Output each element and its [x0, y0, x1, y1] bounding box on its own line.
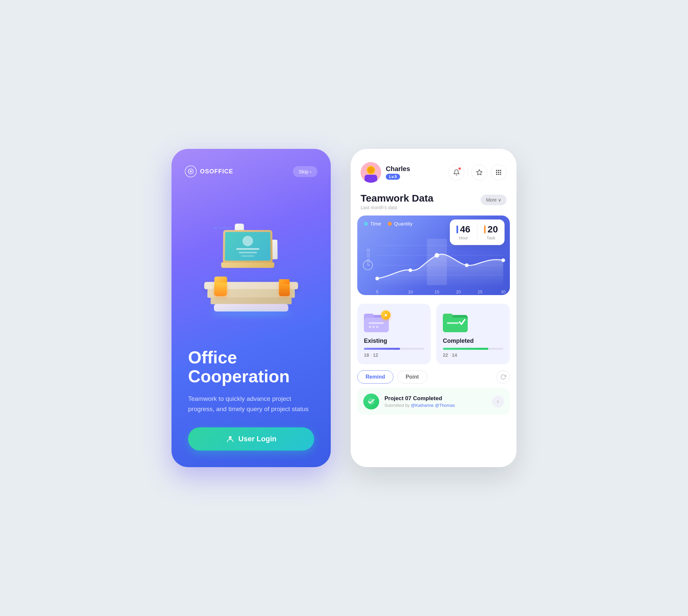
completed-progress-fill [443, 348, 488, 350]
svg-rect-39 [369, 322, 384, 324]
notification-dot [458, 168, 461, 170]
logo-icon [185, 166, 197, 177]
right-phone: Charles Lv.5 [351, 149, 516, 467]
star-button[interactable] [471, 164, 487, 180]
chart-svg: 5 10 15 20 25 30 [357, 239, 510, 295]
logo-area: OSOFFICE [185, 166, 233, 177]
legend-dot-time [364, 222, 368, 226]
stat-bar-blue [456, 225, 458, 234]
completed-folder-stats: 22 · 14 [443, 352, 503, 358]
more-button[interactable]: More ∨ [481, 195, 507, 205]
desk-scene [193, 211, 309, 317]
existing-folder-card[interactable]: ★ Existing 18 · 12 [357, 304, 431, 365]
existing-folder-icon: ★ [364, 310, 390, 333]
avatar [361, 162, 381, 183]
tabs-row: Remind Point [351, 368, 516, 386]
star-icon [476, 169, 483, 176]
screen-line-1 [236, 248, 259, 250]
tab-point[interactable]: Point [397, 370, 427, 383]
grid-button[interactable] [491, 164, 507, 180]
svg-point-6 [368, 167, 374, 173]
svg-point-16 [500, 174, 501, 175]
bell-icon [453, 169, 460, 176]
notification-icon [363, 394, 379, 410]
refresh-icon [500, 374, 506, 380]
section-title: Teamwork Data [361, 193, 434, 204]
check-circle-icon [367, 397, 375, 405]
laptop [223, 230, 274, 268]
svg-rect-46 [447, 322, 459, 324]
stat-hours-value: 46 [456, 224, 470, 235]
completed-progress-bar [443, 348, 503, 350]
svg-text:15: 15 [434, 289, 439, 294]
completed-folder-icon [443, 310, 469, 333]
existing-folder-stats: 18 · 12 [364, 352, 424, 358]
user-icon [226, 435, 235, 443]
legend-dot-quantity [388, 222, 392, 226]
avatar-svg [361, 162, 381, 183]
grid-icon [495, 169, 502, 176]
svg-text:10: 10 [408, 289, 413, 294]
notification-prefix: Submitted by [385, 403, 411, 408]
login-button[interactable]: User Login [188, 427, 314, 450]
svg-point-42 [376, 326, 379, 328]
laptop-screen-display [225, 232, 271, 261]
screen-line-2 [238, 252, 257, 254]
svg-point-23 [409, 268, 412, 272]
laptop-keyboard [221, 263, 274, 268]
stat-divider [477, 224, 477, 240]
notification-mention-2: @Thomas [435, 403, 455, 408]
svg-text:30: 30 [501, 289, 506, 294]
svg-point-1 [190, 170, 192, 173]
left-content: OfficeCooperation Teamwork to quickly ad… [172, 342, 331, 467]
legend-quantity: Quantity [388, 221, 413, 226]
platform-glow [210, 311, 292, 317]
legend-time: Time [364, 221, 381, 226]
legend-time-label: Time [370, 221, 381, 226]
svg-point-24 [435, 253, 439, 257]
tab-remind[interactable]: Remind [357, 370, 393, 383]
existing-progress-bar [364, 348, 424, 350]
svg-rect-5 [365, 175, 377, 183]
user-level: Lv.5 [386, 174, 400, 180]
user-profile: Charles Lv.5 [361, 162, 410, 183]
legend-quantity-label: Quantity [394, 221, 413, 226]
stat-tasks: 20 Task [484, 224, 498, 240]
section-title-group: Teamwork Data Last month's data [361, 193, 434, 210]
svg-point-12 [498, 172, 499, 173]
skip-button[interactable]: Skip › [293, 166, 318, 177]
login-label: User Login [238, 435, 277, 443]
left-phone: OSOFFICE Skip › [172, 149, 331, 467]
folder-star-badge: ★ [381, 310, 390, 320]
stat-bar-orange [484, 225, 486, 234]
svg-point-41 [372, 326, 375, 328]
svg-text:25: 25 [478, 289, 482, 294]
svg-point-22 [375, 277, 379, 280]
chart-svg-container: 5 10 15 20 25 30 [357, 239, 510, 295]
screen-line-3 [241, 256, 254, 257]
logo-text: OSOFFICE [200, 168, 233, 175]
svg-point-40 [369, 326, 371, 328]
notification-arrow[interactable]: › [492, 396, 504, 408]
right-header: Charles Lv.5 [351, 162, 516, 189]
main-title: OfficeCooperation [188, 348, 314, 386]
section-subtitle: Last month's data [361, 205, 434, 210]
notification-title: Project 07 Completed [385, 395, 487, 402]
canister-right [279, 280, 290, 296]
section-header: Teamwork Data Last month's data More ∨ [351, 189, 516, 212]
desk-body-2 [211, 298, 292, 305]
chart-card: Time Quantity 46 Hour 20 Task [357, 216, 510, 295]
svg-point-13 [500, 172, 501, 173]
svg-text:5: 5 [376, 289, 378, 294]
stat-tasks-value: 20 [484, 224, 498, 235]
chart-legend: Time Quantity [364, 221, 413, 226]
svg-rect-38 [364, 317, 389, 332]
notification-card: Project 07 Completed Submitted by @Katha… [357, 388, 510, 415]
completed-folder-name: Completed [443, 337, 503, 345]
laptop-screen-outer [223, 230, 273, 263]
notification-button[interactable] [449, 164, 465, 180]
svg-point-2 [229, 436, 232, 439]
completed-folder-card[interactable]: Completed 22 · 14 [436, 304, 510, 365]
refresh-button[interactable] [497, 370, 510, 383]
left-header: OSOFFICE Skip › [172, 149, 331, 184]
